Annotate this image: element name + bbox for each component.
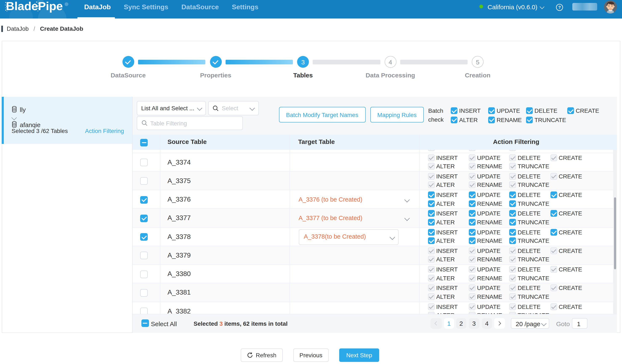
svg-text:?: ? <box>558 5 561 9</box>
